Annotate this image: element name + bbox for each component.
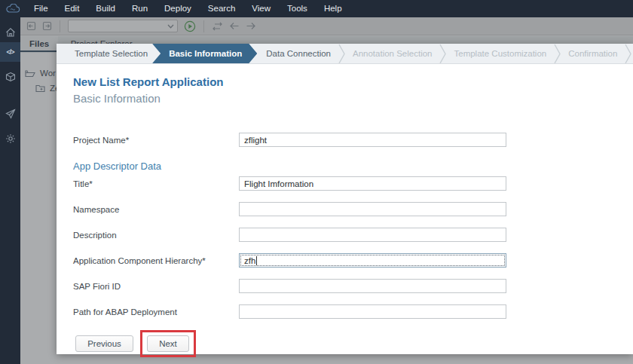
home-icon[interactable] xyxy=(0,23,20,42)
input-value: zfh xyxy=(244,256,255,265)
sap-fiori-id-input[interactable] xyxy=(239,279,506,293)
step-confirmation: Confirmation xyxy=(561,44,625,63)
form-row-application-component-hierarchy: Application Component Hierarchy* zfh xyxy=(73,253,633,268)
project-name-label: Project Name* xyxy=(73,136,239,145)
new-list-report-wizard-dialog: Template Selection Basic Information Dat… xyxy=(57,44,633,354)
menu-tools[interactable]: Tools xyxy=(279,0,316,17)
title-input[interactable]: Flight Imformation xyxy=(239,176,506,191)
next-button[interactable]: Next xyxy=(147,335,189,352)
menu-view[interactable]: View xyxy=(243,0,279,17)
description-input[interactable] xyxy=(239,228,506,242)
menu-help[interactable]: Help xyxy=(316,0,350,17)
step-annotation-selection: Annotation Selection xyxy=(345,44,440,63)
form-row-project-name: Project Name* zflight xyxy=(73,133,633,147)
form-row-title: Title* Flight Imformation xyxy=(73,176,633,191)
wizard-button-row: Previous Next xyxy=(75,330,633,357)
settings-gear-icon[interactable] xyxy=(0,129,20,148)
abap-deployment-path-label: Path for ABAP Deployment xyxy=(73,307,239,317)
services-cube-icon[interactable] xyxy=(0,67,20,87)
project-name-input[interactable]: zflight xyxy=(239,133,506,147)
description-label: Description xyxy=(73,231,239,240)
sap-fiori-id-label: SAP Fiori ID xyxy=(73,282,239,291)
form-row-namespace: Namespace xyxy=(73,202,633,216)
code-editor-icon[interactable]: </> xyxy=(0,42,20,62)
deploy-rocket-icon[interactable] xyxy=(0,104,20,124)
form-row-description: Description xyxy=(73,228,633,242)
menu-edit[interactable]: Edit xyxy=(57,0,88,17)
namespace-label: Namespace xyxy=(73,205,239,214)
menu-file[interactable]: File xyxy=(26,0,57,17)
namespace-input[interactable] xyxy=(239,202,506,216)
menu-build[interactable]: Build xyxy=(87,0,124,17)
step-chevron-icon xyxy=(338,44,345,63)
step-chevron-icon xyxy=(439,44,446,63)
wizard-title: New List Report Application xyxy=(73,75,633,88)
step-basic-information[interactable]: Basic Information xyxy=(152,44,257,63)
application-component-hierarchy-input[interactable]: zfh xyxy=(239,253,506,268)
menu-deploy[interactable]: Deploy xyxy=(156,0,200,17)
step-chevron-icon xyxy=(625,44,631,63)
form-row-abap-deployment-path: Path for ABAP Deployment xyxy=(73,304,633,319)
application-component-hierarchy-label: Application Component Hierarchy* xyxy=(73,256,239,265)
step-template-selection[interactable]: Template Selection xyxy=(67,44,155,63)
red-highlight-annotation: Next xyxy=(140,330,196,357)
menu-bar: File Edit Build Run Deploy Search View T… xyxy=(0,0,633,17)
text-caret xyxy=(256,256,257,265)
menu-search[interactable]: Search xyxy=(200,0,243,17)
input-value: zflight xyxy=(244,136,267,145)
form-row-sap-fiori-id: SAP Fiori ID xyxy=(73,279,633,293)
step-data-connection[interactable]: Data Connection xyxy=(258,44,338,63)
activity-sidebar: </> xyxy=(0,17,20,364)
step-chevron-icon xyxy=(554,44,561,63)
wizard-subtitle: Basic Information xyxy=(73,92,633,105)
basic-information-form: Project Name* zflight App Descriptor Dat… xyxy=(73,133,633,357)
previous-button[interactable]: Previous xyxy=(75,335,133,352)
app-descriptor-section-heading: App Descriptor Data xyxy=(73,161,633,172)
step-template-customization: Template Customization xyxy=(446,44,554,63)
cloud-logo-icon xyxy=(0,4,26,14)
abap-deployment-path-input[interactable] xyxy=(239,304,506,319)
menu-run[interactable]: Run xyxy=(124,0,156,17)
title-label: Title* xyxy=(73,179,239,188)
wizard-step-bar: Template Selection Basic Information Dat… xyxy=(57,44,633,64)
input-value: Flight Imformation xyxy=(244,179,313,188)
